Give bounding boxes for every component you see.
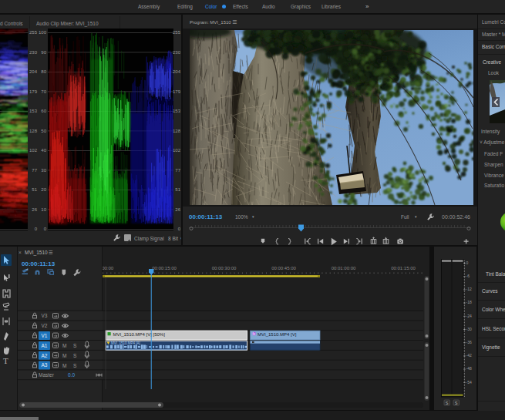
svg-text:-36: -36: [466, 340, 472, 344]
svg-text:255: 255: [29, 30, 38, 35]
svg-text:00:00:15:00: 00:00:15:00: [152, 266, 177, 270]
svg-text:102: 102: [29, 148, 38, 153]
svg-text:102: 102: [173, 148, 180, 153]
svg-text:00:00:45:00: 00:00:45:00: [271, 266, 296, 270]
svg-text:30: 30: [41, 168, 46, 173]
svg-text:51: 51: [175, 187, 180, 192]
svg-text:Master: Master: [39, 372, 55, 378]
svg-text:0.0: 0.0: [68, 372, 75, 378]
svg-text:V2: V2: [42, 323, 48, 328]
svg-text:S: S: [73, 343, 77, 348]
svg-text:90: 90: [41, 50, 46, 55]
svg-text:-48: -48: [466, 366, 472, 371]
svg-text:60: 60: [41, 109, 46, 113]
svg-text:S: S: [455, 401, 458, 405]
svg-text:00:00:11:13: 00:00:11:13: [22, 260, 56, 267]
svg-text:204: 204: [29, 69, 38, 74]
svg-text:-18: -18: [466, 300, 472, 304]
svg-text:204: 204: [173, 69, 180, 74]
svg-text:S: S: [446, 401, 449, 405]
svg-text:×: ×: [19, 250, 22, 255]
svg-text:00:01:15:00: 00:01:15:00: [391, 266, 416, 270]
svg-text:00:01:00:00: 00:01:00:00: [332, 266, 356, 270]
svg-text:128: 128: [29, 129, 38, 133]
svg-text:26: 26: [175, 207, 180, 212]
svg-text:70: 70: [41, 89, 46, 94]
svg-text:80: 80: [41, 69, 46, 74]
svg-text:MVI_1510.MP4 [V] [50%]: MVI_1510.MP4 [V] [50%]: [113, 332, 166, 337]
svg-text:179: 179: [29, 89, 38, 94]
svg-text:-30: -30: [466, 327, 472, 331]
svg-text:A3: A3: [42, 362, 48, 368]
svg-text:0: 0: [178, 227, 180, 230]
svg-text:M: M: [62, 363, 66, 368]
svg-text:230: 230: [29, 50, 38, 55]
svg-text:51: 51: [32, 187, 37, 192]
svg-text:-6: -6: [466, 274, 470, 278]
svg-text:10: 10: [41, 207, 46, 212]
svg-text:A1: A1: [42, 343, 48, 348]
svg-text:V3: V3: [42, 313, 48, 318]
svg-text:MVI_1510: MVI_1510: [25, 250, 48, 256]
svg-text:0: 0: [466, 260, 469, 265]
svg-text:MVI_1510.MP4 [A]: MVI_1510.MP4 [A]: [111, 341, 140, 345]
svg-text:S: S: [73, 363, 77, 368]
svg-text:00:00:30:00: 00:00:30:00: [212, 266, 237, 270]
svg-text:77: 77: [175, 168, 180, 173]
svg-text:255: 255: [173, 30, 180, 35]
svg-text:128: 128: [173, 129, 180, 133]
svg-text:50: 50: [41, 129, 46, 133]
svg-text:-42: -42: [466, 353, 472, 358]
svg-text:M: M: [62, 343, 66, 348]
svg-text:20: 20: [41, 187, 46, 192]
svg-text:26: 26: [32, 207, 37, 212]
svg-text:40: 40: [41, 148, 46, 153]
svg-text:S: S: [73, 353, 77, 358]
svg-text:V1: V1: [42, 333, 48, 338]
svg-text:230: 230: [173, 50, 180, 55]
svg-text:-12: -12: [466, 287, 472, 291]
svg-text:153: 153: [29, 109, 38, 113]
svg-text:T: T: [3, 356, 8, 365]
svg-text:179: 179: [173, 89, 180, 94]
svg-text:A2: A2: [42, 353, 48, 358]
svg-text:M: M: [62, 353, 66, 358]
svg-text:MVI_1510.MP4 [V]: MVI_1510.MP4 [V]: [258, 332, 297, 337]
svg-text:153: 153: [173, 109, 180, 113]
svg-text:☰: ☰: [49, 250, 53, 255]
svg-text:-54: -54: [466, 380, 472, 385]
svg-text:77: 77: [32, 168, 37, 173]
svg-text:100: 100: [39, 30, 47, 35]
svg-text:-24: -24: [466, 314, 472, 318]
